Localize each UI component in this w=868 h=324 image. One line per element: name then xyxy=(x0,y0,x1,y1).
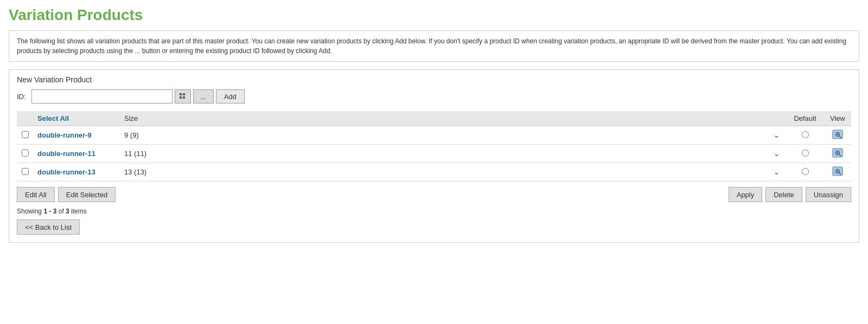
view-icon xyxy=(832,129,843,139)
size-value: 13 (13) xyxy=(124,168,146,176)
row-size-cell: 11 (11)⌄ xyxy=(120,145,786,163)
default-radio[interactable] xyxy=(802,131,809,138)
view-button[interactable] xyxy=(832,129,843,141)
table-row: double-runner-1313 (13)⌄ xyxy=(17,163,851,182)
row-default-cell xyxy=(786,145,824,163)
variation-table: Select All Size Default View double-runn… xyxy=(17,111,851,182)
select-all-link[interactable]: Select All xyxy=(37,114,69,122)
size-dropdown-button[interactable]: ⌄ xyxy=(771,168,782,176)
size-value: 11 (11) xyxy=(124,150,146,158)
row-checkbox[interactable] xyxy=(22,150,29,157)
row-view-cell xyxy=(824,145,851,163)
svg-point-6 xyxy=(837,134,839,135)
row-checkbox-cell xyxy=(17,126,33,145)
view-icon xyxy=(832,166,843,176)
action-left: Edit All Edit Selected xyxy=(17,187,116,202)
delete-button[interactable]: Delete xyxy=(765,187,802,202)
id-row: ID: ... Add xyxy=(17,89,851,103)
view-button[interactable] xyxy=(832,148,843,159)
row-size-cell: 13 (13)⌄ xyxy=(120,163,786,182)
product-id-link[interactable]: double-runner-11 xyxy=(37,150,95,158)
view-button[interactable] xyxy=(832,166,843,178)
grid-dots-icon xyxy=(179,93,187,100)
row-id-cell: double-runner-13 xyxy=(33,163,120,182)
size-dropdown-button[interactable]: ⌄ xyxy=(771,150,782,158)
row-default-cell xyxy=(786,163,824,182)
col-header-size: Size xyxy=(120,111,786,126)
main-panel: New Variation Product ID: ... Add xyxy=(9,69,859,243)
description-box: The following list shows all variation p… xyxy=(9,30,859,62)
svg-rect-3 xyxy=(183,96,185,99)
product-id-link[interactable]: double-runner-9 xyxy=(37,131,92,139)
square-dots-button[interactable] xyxy=(175,89,191,103)
col-header-view: View xyxy=(824,111,851,126)
edit-selected-button[interactable]: Edit Selected xyxy=(58,187,116,202)
svg-point-10 xyxy=(837,152,839,154)
page-title: Variation Products xyxy=(9,7,859,24)
table-row: double-runner-99 (9)⌄ xyxy=(17,126,851,145)
product-id-link[interactable]: double-runner-13 xyxy=(37,168,95,176)
description-text: The following list shows all variation p… xyxy=(17,37,846,55)
apply-button[interactable]: Apply xyxy=(729,187,763,202)
row-default-cell xyxy=(786,126,824,145)
add-button[interactable]: Add xyxy=(216,89,245,103)
new-variation-title: New Variation Product xyxy=(17,75,851,84)
ellipsis-button[interactable]: ... xyxy=(193,89,214,103)
showing-text: Showing 1 - 3 of 3 items xyxy=(17,208,851,215)
row-checkbox-cell xyxy=(17,145,33,163)
default-radio[interactable] xyxy=(802,168,809,175)
col-header-checkbox xyxy=(17,111,33,126)
default-radio[interactable] xyxy=(802,150,809,157)
id-label: ID: xyxy=(17,93,26,101)
id-input[interactable] xyxy=(31,89,173,103)
col-header-id: Select All xyxy=(33,111,120,126)
col-header-default: Default xyxy=(786,111,824,126)
row-id-cell: double-runner-11 xyxy=(33,145,120,163)
row-checkbox-cell xyxy=(17,163,33,182)
svg-rect-0 xyxy=(180,93,182,95)
edit-all-button[interactable]: Edit All xyxy=(17,187,55,202)
table-row: double-runner-1111 (11)⌄ xyxy=(17,145,851,163)
size-dropdown-button[interactable]: ⌄ xyxy=(771,131,782,139)
svg-point-14 xyxy=(837,171,839,172)
row-size-cell: 9 (9)⌄ xyxy=(120,126,786,145)
action-right: Apply Delete Unassign xyxy=(729,187,851,202)
svg-rect-2 xyxy=(180,96,182,99)
row-checkbox[interactable] xyxy=(22,168,29,175)
row-view-cell xyxy=(824,163,851,182)
unassign-button[interactable]: Unassign xyxy=(806,187,851,202)
page-container: Variation Products The following list sh… xyxy=(0,0,868,251)
row-checkbox[interactable] xyxy=(22,131,29,138)
back-to-list-button[interactable]: << Back to List xyxy=(17,219,80,235)
svg-rect-1 xyxy=(183,93,185,95)
action-row: Edit All Edit Selected Apply Delete Unas… xyxy=(17,187,851,202)
row-view-cell xyxy=(824,126,851,145)
view-icon xyxy=(832,148,843,158)
size-value: 9 (9) xyxy=(124,131,139,139)
row-id-cell: double-runner-9 xyxy=(33,126,120,145)
